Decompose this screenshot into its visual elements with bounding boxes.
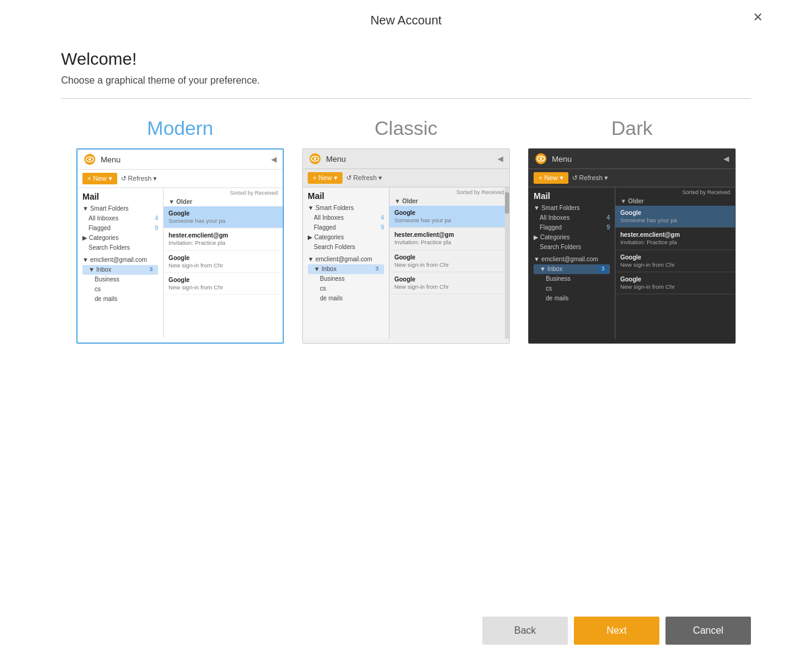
classic-all-inboxes: All Inboxes 4 (308, 213, 384, 223)
dark-mail-label: Mail (534, 191, 610, 201)
classic-refresh-button[interactable]: ↺ Refresh ▾ (346, 174, 383, 182)
theme-label-modern: Modern (147, 117, 214, 140)
sidebar-cs: cs (82, 284, 158, 294)
theme-label-dark: Dark (611, 117, 653, 140)
dark-emails: Sorted by Received ▼ Older Google Someon… (615, 187, 735, 339)
dark-content: Mail ▼ Smart Folders All Inboxes 4 Flagg… (529, 187, 735, 339)
classic-content: Mail ▼ Smart Folders All Inboxes 4 Flagg… (303, 187, 509, 339)
welcome-subtitle: Choose a graphical theme of your prefere… (61, 75, 751, 86)
classic-email-item-3: Google New sign-in from Chr (390, 272, 509, 294)
sidebar-flagged: Flagged 9 (82, 223, 158, 233)
dark-search-folders: Search Folders (534, 242, 610, 252)
theme-label-classic: Classic (374, 117, 437, 140)
dialog-title: New Account (371, 13, 442, 27)
svg-point-5 (314, 158, 316, 160)
dark-inbox: ▼ Inbox 3 (534, 264, 610, 274)
classic-categories: ▶ Categories (308, 233, 384, 242)
dark-sidebar: Mail ▼ Smart Folders All Inboxes 4 Flagg… (529, 187, 615, 339)
dark-preview: Menu ◀ + New ▾ ↺ Refresh ▾ Mail ▼ Smart … (528, 148, 736, 344)
modern-emails: Sorted by Received ▼ Older Google Someon… (164, 188, 283, 338)
classic-scrollbar-track (505, 187, 509, 339)
modern-new-button[interactable]: + New ▾ (82, 173, 117, 184)
modern-preview: Menu ◀ + New ▾ ↺ Refresh ▾ Mail ▼ Smart … (76, 148, 284, 344)
theme-option-classic[interactable]: Classic Menu ◀ + New ▾ ↺ Refresh ▾ (299, 117, 513, 344)
classic-email-account: ▼ emclient@gmail.com (308, 255, 384, 264)
classic-older-label: ▼ Older (390, 195, 509, 206)
dark-business: Business (534, 274, 610, 284)
dark-logo-icon (535, 153, 547, 165)
dark-email-item-2: Google New sign-in from Chr (615, 250, 735, 272)
dark-de-mails: de mails (534, 294, 610, 303)
welcome-title: Welcome! (61, 49, 751, 69)
classic-email-item-1: hester.emclient@gm Invitation: Practice … (390, 228, 509, 250)
modern-topbar-arrow: ◀ (271, 155, 277, 164)
back-button[interactable]: Back (482, 617, 568, 645)
themes-section: Modern Menu ◀ + New ▾ (61, 99, 751, 344)
modern-sorted-label: Sorted by Received (164, 188, 283, 196)
cancel-button[interactable]: Cancel (665, 617, 751, 645)
dark-toolbar: + New ▾ ↺ Refresh ▾ (529, 169, 735, 187)
dark-topbar: Menu ◀ (529, 149, 735, 169)
email-item-0: Google Someone has your pa (164, 206, 283, 228)
email-item-2: Google New sign-in from Chr (164, 251, 283, 273)
dark-email-item-1: hester.emclient@gm Invitation: Practice … (615, 228, 735, 250)
modern-refresh-button[interactable]: ↺ Refresh ▾ (121, 175, 158, 183)
dark-flagged: Flagged 9 (534, 223, 610, 233)
email-item-3: Google New sign-in from Chr (164, 273, 283, 295)
classic-business: Business (308, 274, 384, 284)
dark-new-button[interactable]: + New ▾ (534, 172, 568, 184)
classic-logo-icon (309, 153, 321, 165)
next-button[interactable]: Next (574, 617, 659, 645)
email-item-1: hester.emclient@gm Invitation: Practice … (164, 228, 283, 250)
classic-de-mails: de mails (308, 294, 384, 303)
modern-menu-text: Menu (101, 155, 121, 164)
modern-mail-label: Mail (82, 192, 158, 201)
dark-all-inboxes: All Inboxes 4 (534, 213, 610, 223)
dark-older-label: ▼ Older (615, 195, 735, 206)
modern-topbar: Menu ◀ (78, 150, 283, 170)
classic-sidebar: Mail ▼ Smart Folders All Inboxes 4 Flagg… (303, 187, 390, 339)
classic-toolbar: + New ▾ ↺ Refresh ▾ (303, 169, 509, 187)
modern-sidebar: Mail ▼ Smart Folders All Inboxes 4 Flagg… (78, 188, 164, 338)
classic-sorted-label: Sorted by Received (390, 187, 509, 195)
dark-smart-folders: ▼ Smart Folders (534, 203, 610, 213)
classic-inbox: ▼ Inbox 3 (308, 264, 384, 274)
modern-older-label: ▼ Older (164, 196, 283, 206)
dialog-footer: Back Next Cancel (37, 604, 775, 663)
theme-option-dark[interactable]: Dark Menu ◀ + New ▾ ↺ Refresh ▾ (525, 117, 739, 344)
classic-search-folders: Search Folders (308, 242, 384, 252)
sidebar-inbox: ▼ Inbox 3 (82, 265, 158, 275)
dark-sorted-label: Sorted by Received (615, 187, 735, 195)
sidebar-search-folders: Search Folders (82, 243, 158, 253)
dark-menu-text: Menu (552, 154, 572, 164)
sidebar-email-account: ▼ emclient@gmail.com (82, 255, 158, 265)
dark-email-item-3: Google New sign-in from Chr (615, 272, 735, 294)
new-account-dialog: New Account ✕ Welcome! Choose a graphica… (37, 0, 775, 663)
sidebar-de-mails: de mails (82, 294, 158, 304)
modern-toolbar: + New ▾ ↺ Refresh ▾ (78, 170, 283, 188)
classic-smart-folders: ▼ Smart Folders (308, 203, 384, 213)
classic-email-item-0: Google Someone has your pa (390, 206, 509, 228)
classic-scrollbar-thumb (505, 192, 509, 214)
sidebar-smart-folders: ▼ Smart Folders (82, 204, 158, 214)
classic-preview: Menu ◀ + New ▾ ↺ Refresh ▾ Mail ▼ Smart … (302, 148, 510, 344)
classic-new-button[interactable]: + New ▾ (308, 172, 343, 184)
dark-refresh-button[interactable]: ↺ Refresh ▾ (572, 174, 609, 182)
svg-point-2 (89, 158, 91, 161)
classic-menu-text: Menu (326, 154, 346, 164)
close-button[interactable]: ✕ (753, 11, 763, 23)
modern-logo-icon (84, 153, 96, 165)
dark-email-item-0: Google Someone has your pa (615, 206, 735, 228)
dialog-body: Welcome! Choose a graphical theme of you… (37, 38, 775, 604)
svg-point-8 (540, 158, 542, 160)
theme-option-modern[interactable]: Modern Menu ◀ + New ▾ (73, 117, 287, 344)
classic-flagged: Flagged 9 (308, 223, 384, 233)
classic-mail-label: Mail (308, 191, 384, 201)
dark-topbar-arrow: ◀ (723, 154, 729, 163)
classic-cs: cs (308, 284, 384, 294)
modern-content: Mail ▼ Smart Folders All Inboxes 4 Flagg… (78, 188, 283, 338)
classic-emails: Sorted by Received ▼ Older Google Someon… (390, 187, 509, 339)
dark-categories: ▶ Categories (534, 233, 610, 242)
classic-topbar: Menu ◀ (303, 149, 509, 169)
dark-email-account: ▼ emclient@gmail.com (534, 255, 610, 264)
